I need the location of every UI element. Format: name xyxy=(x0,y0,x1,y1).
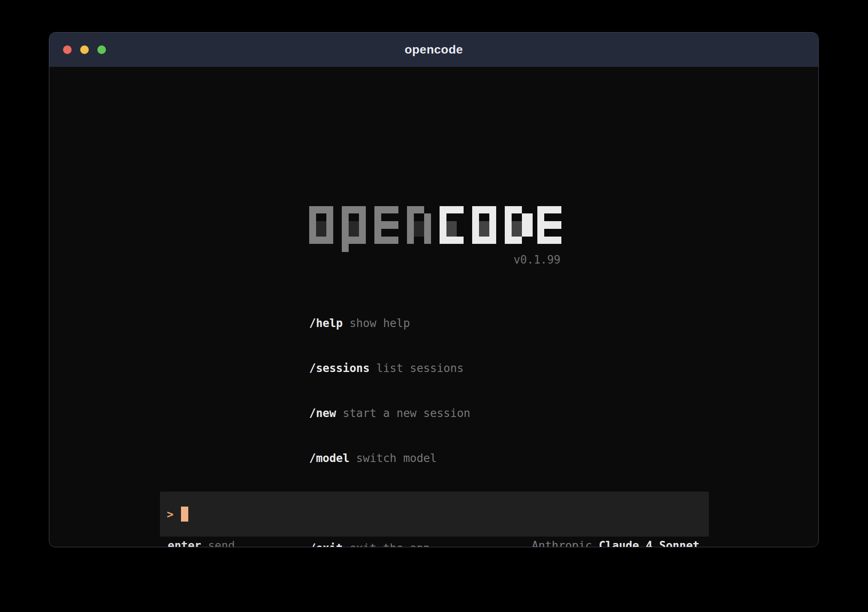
status-bar: enter send Anthropic Claude 4 Sonnet xyxy=(160,537,709,547)
keybind-hint: enter send xyxy=(168,539,235,547)
window-title: opencode xyxy=(404,43,463,57)
command-row: /new start a new session xyxy=(309,406,561,421)
logo-letter-n xyxy=(407,206,431,252)
logo-letter-e xyxy=(374,206,398,252)
logo-letter-p xyxy=(342,206,366,252)
logo-letter-d xyxy=(505,206,529,252)
model-indicator: Anthropic Claude 4 Sonnet xyxy=(532,539,699,547)
keybind-action: send xyxy=(208,539,235,547)
minimize-button[interactable] xyxy=(80,45,89,54)
provider-name: Anthropic xyxy=(532,539,592,547)
command-name: /sessions xyxy=(309,362,370,375)
command-description: list sessions xyxy=(377,362,464,375)
logo-letter-o xyxy=(309,206,333,252)
traffic-lights xyxy=(63,33,106,67)
model-name: Claude 4 Sonnet xyxy=(599,539,699,547)
command-name: /help xyxy=(309,317,343,330)
command-row: /sessions list sessions xyxy=(309,361,561,376)
logo-letter-e xyxy=(537,206,561,252)
logo-letter-c xyxy=(440,206,464,252)
window-titlebar: opencode xyxy=(49,33,818,67)
text-cursor xyxy=(181,507,188,522)
fullscreen-button[interactable] xyxy=(97,45,106,54)
opencode-logo xyxy=(309,206,561,252)
close-button[interactable] xyxy=(63,45,72,54)
logo-letter-o xyxy=(472,206,496,252)
opencode-window: opencode v0.1.99 /help show help /sessio… xyxy=(49,32,819,547)
terminal-content: v0.1.99 /help show help /sessions list s… xyxy=(49,67,818,547)
prompt-symbol: > xyxy=(167,508,174,521)
command-description: show help xyxy=(350,317,410,330)
version-label: v0.1.99 xyxy=(309,253,561,267)
command-description: start a new session xyxy=(343,407,470,420)
keybind-key: enter xyxy=(168,539,201,547)
command-row: /model switch model xyxy=(309,451,561,466)
command-description: switch model xyxy=(356,452,437,465)
command-row: /help show help xyxy=(309,316,561,331)
command-name: /new xyxy=(309,407,336,420)
command-name: /model xyxy=(309,452,350,465)
command-input[interactable]: > xyxy=(160,492,709,537)
